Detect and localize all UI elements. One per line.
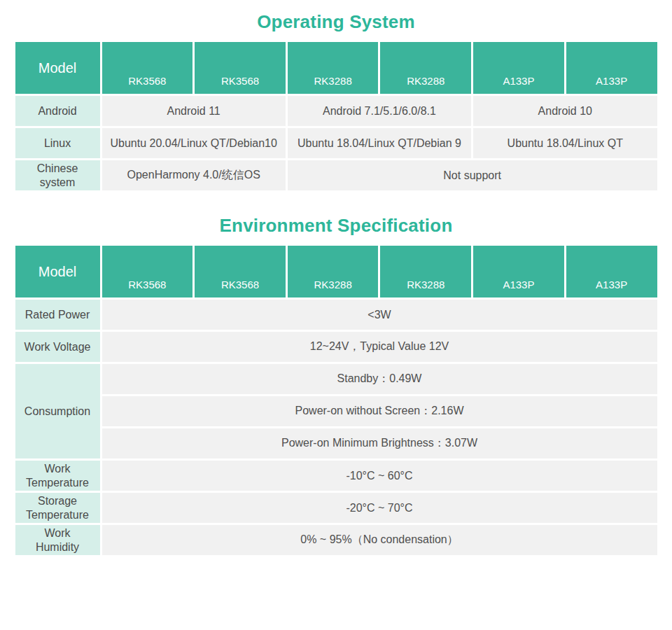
row-label-work-temperature: Work Temperature bbox=[15, 461, 100, 491]
env-table: Model RK3568 RK3568 RK3288 RK3288 A133P … bbox=[13, 244, 659, 557]
os-row-linux: Linux Ubuntu 20.04/Linux QT/Debian10 Ubu… bbox=[15, 128, 657, 158]
value-cell-android-rk3288: Android 7.1/5.1/6.0/8.1 bbox=[288, 96, 471, 126]
row-label-android: Android bbox=[15, 96, 100, 126]
row-label-chinese-system: Chinese system bbox=[15, 160, 100, 190]
row-label-rated-power: Rated Power bbox=[15, 300, 100, 330]
value-cell-consumption-power-on: Power-on without Screen：2.16W bbox=[102, 396, 657, 426]
value-cell-work-temperature: -10°C ~ 60°C bbox=[102, 461, 657, 491]
value-cell-chinese-not-support: Not support bbox=[288, 160, 657, 190]
env-column-header-a133p-2: A133P bbox=[566, 246, 657, 298]
env-row-work-voltage: Work Voltage 12~24V，Typical Value 12V bbox=[15, 332, 657, 362]
row-label-consumption: Consumption bbox=[15, 364, 100, 458]
env-row-consumption-power-on: Power-on without Screen：2.16W bbox=[15, 396, 657, 426]
os-header-row: Model RK3568 RK3568 RK3288 RK3288 A133P … bbox=[15, 42, 657, 94]
os-column-header-rk3568-2: RK3568 bbox=[195, 42, 286, 94]
env-header-row: Model RK3568 RK3568 RK3288 RK3288 A133P … bbox=[15, 246, 657, 298]
env-column-header-rk3568-2: RK3568 bbox=[195, 246, 286, 298]
value-cell-consumption-standby: Standby：0.49W bbox=[102, 364, 657, 394]
env-row-work-humidity: Work Humidity 0% ~ 95%（No condensation） bbox=[15, 525, 657, 555]
value-cell-android-a133p: Android 10 bbox=[473, 96, 657, 126]
os-column-header-a133p-1: A133P bbox=[473, 42, 564, 94]
env-row-consumption-brightness: Power-on Minimum Brightness：3.07W bbox=[15, 428, 657, 458]
value-cell-linux-rk3288: Ubuntu 18.04/Linux QT/Debian 9 bbox=[288, 128, 471, 158]
os-model-header-cell: Model bbox=[15, 42, 100, 94]
value-cell-storage-temperature: -20°C ~ 70°C bbox=[102, 493, 657, 523]
row-label-work-voltage: Work Voltage bbox=[15, 332, 100, 362]
env-row-work-temperature: Work Temperature -10°C ~ 60°C bbox=[15, 461, 657, 491]
env-row-storage-temperature: Storage Temperature -20°C ~ 70°C bbox=[15, 493, 657, 523]
value-cell-consumption-brightness: Power-on Minimum Brightness：3.07W bbox=[102, 428, 657, 458]
value-cell-rated-power: <3W bbox=[102, 300, 657, 330]
page-container: Operating System Model RK3568 RK3568 RK3… bbox=[13, 0, 659, 557]
os-table: Model RK3568 RK3568 RK3288 RK3288 A133P … bbox=[13, 40, 659, 192]
value-cell-android-rk3568: Android 11 bbox=[102, 96, 286, 126]
env-column-header-a133p-1: A133P bbox=[473, 246, 564, 298]
value-cell-linux-rk3568: Ubuntu 20.04/Linux QT/Debian10 bbox=[102, 128, 286, 158]
value-cell-work-humidity: 0% ~ 95%（No condensation） bbox=[102, 525, 657, 555]
env-row-rated-power: Rated Power <3W bbox=[15, 300, 657, 330]
value-cell-chinese-rk3568: OpenHarmony 4.0/统信OS bbox=[102, 160, 286, 190]
env-section-title: Environment Specification bbox=[13, 192, 659, 244]
env-column-header-rk3288-2: RK3288 bbox=[380, 246, 471, 298]
row-label-linux: Linux bbox=[15, 128, 100, 158]
os-column-header-a133p-2: A133P bbox=[566, 42, 657, 94]
os-column-header-rk3288-2: RK3288 bbox=[380, 42, 471, 94]
env-model-header-cell: Model bbox=[15, 246, 100, 298]
value-cell-linux-a133p: Ubuntu 18.04/Linux QT bbox=[473, 128, 657, 158]
env-row-consumption-standby: Consumption Standby：0.49W bbox=[15, 364, 657, 394]
row-label-storage-temperature: Storage Temperature bbox=[15, 493, 100, 523]
os-row-chinese-system: Chinese system OpenHarmony 4.0/统信OS Not … bbox=[15, 160, 657, 190]
env-column-header-rk3288-1: RK3288 bbox=[288, 246, 379, 298]
value-cell-work-voltage: 12~24V，Typical Value 12V bbox=[102, 332, 657, 362]
row-label-work-humidity: Work Humidity bbox=[15, 525, 100, 555]
os-column-header-rk3568-1: RK3568 bbox=[102, 42, 193, 94]
os-section-title: Operating System bbox=[13, 0, 659, 40]
os-column-header-rk3288-1: RK3288 bbox=[288, 42, 379, 94]
env-column-header-rk3568-1: RK3568 bbox=[102, 246, 193, 298]
os-row-android: Android Android 11 Android 7.1/5.1/6.0/8… bbox=[15, 96, 657, 126]
